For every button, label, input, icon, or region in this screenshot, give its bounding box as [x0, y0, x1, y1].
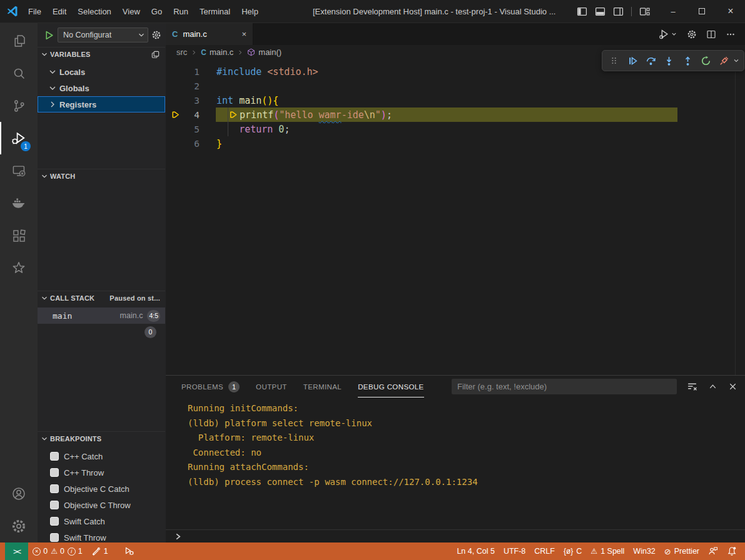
disconnect-button[interactable]	[716, 52, 732, 69]
clear-console-icon[interactable]	[687, 381, 697, 392]
files-icon	[11, 33, 27, 49]
customize-layout-icon[interactable]	[639, 6, 650, 17]
feedback-button[interactable]	[704, 542, 722, 560]
step-into-button[interactable]	[661, 52, 677, 69]
tools-status[interactable]: 1	[87, 542, 113, 560]
checkbox[interactable]	[50, 517, 59, 526]
close-button[interactable]: ×	[716, 0, 745, 22]
eol-sequence[interactable]: CRLF	[530, 542, 559, 560]
tab-main-c[interactable]: C main.c ×	[166, 23, 253, 45]
menu-terminal[interactable]: Terminal	[194, 0, 236, 22]
activity-search[interactable]	[0, 57, 38, 89]
activity-settings[interactable]	[0, 510, 38, 542]
breakpoint-cpp-throw[interactable]: C++ Throw	[38, 464, 165, 481]
session-row[interactable]: 0	[38, 324, 165, 340]
checkbox[interactable]	[50, 501, 59, 509]
breadcrumb-file[interactable]: main.c	[210, 48, 233, 57]
notifications-bell[interactable]	[722, 542, 741, 560]
close-panel-icon[interactable]	[728, 382, 737, 391]
checkbox[interactable]	[50, 533, 59, 542]
cursor-position[interactable]: Ln 4, Col 5	[452, 542, 499, 560]
toolbar-drag-handle[interactable]	[606, 52, 622, 69]
console-filter-input[interactable]	[452, 379, 677, 394]
breakpoints-header[interactable]: BREAKPOINTS	[38, 432, 165, 446]
more-actions-icon[interactable]	[726, 29, 736, 39]
debug-console-output[interactable]: Running initCommands: (lldb) platform se…	[166, 398, 745, 529]
activity-star[interactable]	[0, 252, 38, 284]
close-tab-icon[interactable]: ×	[241, 29, 246, 39]
status-bar: >< ×0 ⚠0 i1 1 Ln 4, Col 5 UTF-8 CRLF {ø}…	[0, 542, 745, 560]
debug-toolbar	[602, 50, 744, 71]
scope-globals[interactable]: Globals	[38, 80, 165, 96]
code-editor[interactable]: 1 #include <stdio.h> 2 3 int main(){	[166, 59, 745, 375]
variables-header[interactable]: VARIABLES	[38, 48, 165, 61]
menu-file[interactable]: File	[23, 0, 47, 22]
tab-debug-console[interactable]: DEBUG CONSOLE	[358, 376, 424, 398]
console-input-row[interactable]	[166, 529, 745, 542]
menu-edit[interactable]: Edit	[47, 0, 72, 22]
activity-source-control[interactable]	[0, 89, 38, 122]
continue-button[interactable]	[624, 52, 641, 69]
menu-go[interactable]: Go	[146, 0, 168, 22]
problems-status[interactable]: ×0 ⚠0 i1	[28, 542, 87, 560]
language-mode[interactable]: {ø}C	[559, 542, 586, 560]
menu-run[interactable]: Run	[168, 0, 194, 22]
checkbox[interactable]	[50, 452, 59, 461]
remote-indicator[interactable]: ><	[5, 542, 28, 560]
breakpoint-objc-catch[interactable]: Objective C Catch	[38, 481, 165, 497]
activity-extensions[interactable]	[0, 219, 38, 252]
activity-docker[interactable]	[0, 187, 38, 219]
token	[233, 95, 239, 106]
call-stack-header[interactable]: CALL STACK Paused on st...	[38, 291, 165, 305]
encoding[interactable]: UTF-8	[499, 542, 530, 560]
menu-help[interactable]: Help	[236, 0, 264, 22]
chevron-down-icon[interactable]	[732, 57, 740, 64]
spell-checker-status[interactable]: ⚠1 Spell	[586, 542, 629, 560]
split-editor-icon[interactable]	[706, 29, 716, 39]
run-or-debug-button[interactable]	[659, 29, 677, 39]
activity-explorer[interactable]	[0, 24, 38, 57]
gutter-line-4[interactable]	[166, 110, 185, 119]
breakpoint-swift-catch[interactable]: Swift Catch	[38, 513, 165, 529]
breakpoint-objc-throw[interactable]: Objective C Throw	[38, 497, 165, 513]
tab-output[interactable]: OUTPUT	[256, 376, 287, 398]
toggle-panel-icon[interactable]	[595, 6, 606, 17]
toggle-sidebar-icon[interactable]	[577, 6, 587, 17]
debug-status[interactable]	[120, 542, 139, 560]
braces-icon: {ø}	[564, 547, 573, 556]
c-file-icon: C	[172, 29, 178, 39]
formatter-status[interactable]: ⊘Prettier	[660, 542, 704, 560]
scope-registers[interactable]: Registers	[38, 96, 165, 112]
copy-value-icon[interactable]	[151, 50, 160, 59]
debug-config-dropdown[interactable]: No Configurat	[58, 28, 148, 42]
stack-frame-row[interactable]: main main.c 4:5	[38, 308, 165, 324]
watch-header[interactable]: WATCH	[38, 169, 165, 183]
checkbox[interactable]	[50, 484, 59, 493]
activity-run-and-debug[interactable]: 1	[0, 122, 38, 154]
breakpoint-swift-throw[interactable]: Swift Throw	[38, 529, 165, 542]
breakpoint-cpp-catch[interactable]: C++ Catch	[38, 448, 165, 464]
restart-button[interactable]	[698, 52, 714, 69]
toggle-secondary-sidebar-icon[interactable]	[613, 6, 624, 17]
breakpoints-title: BREAKPOINTS	[50, 435, 101, 442]
start-debug-button[interactable]	[44, 30, 54, 41]
menu-view[interactable]: View	[117, 0, 146, 22]
activity-remote-explorer[interactable]	[0, 154, 38, 187]
menu-selection[interactable]: Selection	[72, 0, 116, 22]
maximize-button[interactable]	[687, 0, 716, 22]
scope-locals[interactable]: Locals	[38, 64, 165, 80]
breadcrumb-symbol[interactable]: main()	[258, 48, 281, 57]
debug-settings-gear-icon[interactable]	[151, 30, 161, 40]
maximize-panel-icon[interactable]	[708, 382, 717, 391]
platform-target[interactable]: Win32	[629, 542, 659, 560]
tab-terminal[interactable]: TERMINAL	[303, 376, 342, 398]
editor-settings-gear-icon[interactable]	[687, 29, 697, 39]
checkbox[interactable]	[50, 468, 59, 477]
step-out-button[interactable]	[679, 52, 696, 69]
breadcrumb-src[interactable]: src	[176, 48, 187, 57]
minimize-button[interactable]: –	[659, 0, 687, 22]
tab-problems[interactable]: PROBLEMS1	[181, 376, 240, 398]
frame-file: main.c	[120, 311, 143, 320]
step-over-button[interactable]	[643, 52, 659, 69]
activity-accounts[interactable]	[0, 478, 38, 510]
